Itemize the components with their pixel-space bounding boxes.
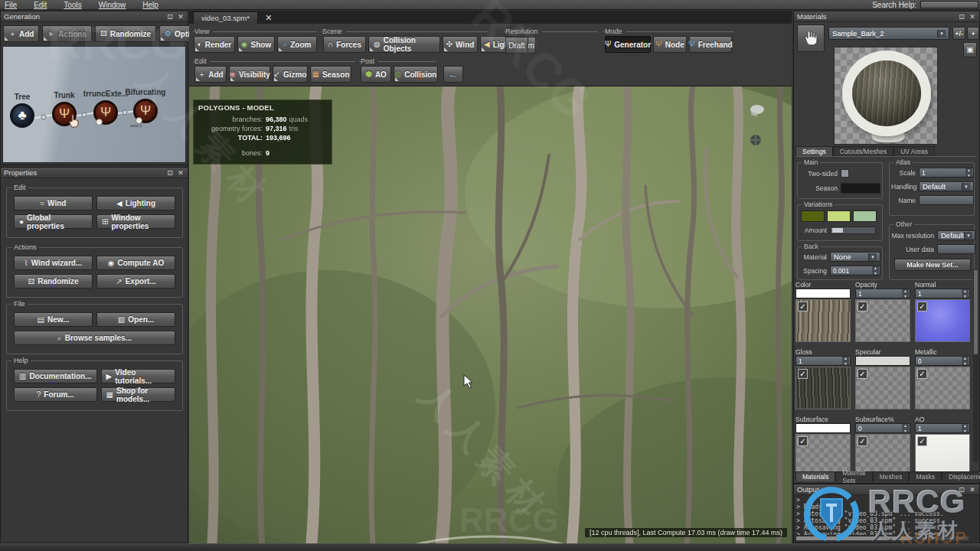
add-material-button[interactable]: + bbox=[967, 27, 979, 40]
season-button[interactable]: ▦Season bbox=[310, 66, 351, 83]
zoom-button[interactable]: ⌕Zoom bbox=[277, 36, 317, 53]
normal-texture-thumb[interactable]: ✓ bbox=[915, 299, 970, 342]
tab-settings[interactable]: Settings bbox=[795, 146, 833, 156]
randomize-action-button[interactable]: ⚄Randomize bbox=[14, 274, 93, 289]
float-panel-icon[interactable]: ⊡ bbox=[958, 486, 965, 494]
new-button[interactable]: ▤New... bbox=[14, 312, 93, 327]
collision-objects-button[interactable]: ◍Collision Objects bbox=[368, 36, 440, 53]
tab-uv-areas[interactable]: UV Areas bbox=[893, 146, 935, 156]
visibility-button[interactable]: ◉Visibility bbox=[229, 66, 270, 83]
max-resolution-dropdown[interactable]: Default▼ bbox=[937, 230, 975, 240]
export-button[interactable]: ↗Export... bbox=[96, 274, 175, 289]
viewport-3d[interactable]: POLYGONS - MODEL branches:96,380quads ge… bbox=[189, 86, 792, 543]
color-texture-thumb[interactable]: ✓ bbox=[795, 299, 851, 342]
gizmo-button[interactable]: ↙Gizmo bbox=[273, 66, 308, 83]
spacing-spinner[interactable]: 0.001 ▲▼ bbox=[830, 266, 880, 276]
compute-ao-button[interactable]: ◉Compute AO bbox=[96, 256, 175, 270]
tab-close-icon[interactable]: ✕ bbox=[263, 13, 275, 24]
lighting-button[interactable]: ◀Lighting bbox=[96, 196, 175, 210]
wind-wizard-button[interactable]: ⌇Wind wizard... bbox=[14, 256, 93, 270]
menu-help[interactable]: Help bbox=[142, 1, 158, 9]
scene-wind-button[interactable]: ✣Wind bbox=[443, 36, 478, 53]
browse-samples-button[interactable]: ⌕Browse samples... bbox=[14, 331, 175, 345]
force-gizmo-icon[interactable] bbox=[748, 132, 763, 148]
color-value-bar[interactable] bbox=[795, 289, 851, 298]
material-preview[interactable] bbox=[834, 47, 938, 145]
add-generator-button[interactable]: ＋ Add bbox=[3, 25, 39, 42]
tab-cutouts-meshes[interactable]: Cutouts/Meshes bbox=[833, 146, 893, 156]
materials-scrollbar[interactable] bbox=[973, 269, 978, 462]
node-trunc-extension[interactable]: trruncExte... Ψ bbox=[93, 100, 118, 125]
randomize-button[interactable]: ⚄ Randomize bbox=[95, 25, 156, 42]
pan-hand-button[interactable] bbox=[797, 24, 825, 52]
user-data-input[interactable] bbox=[937, 244, 975, 254]
close-panel-icon[interactable]: ✕ bbox=[969, 13, 976, 21]
menu-window[interactable]: Window bbox=[99, 1, 126, 9]
tab-meshes[interactable]: Meshes bbox=[873, 471, 910, 481]
node-graph-canvas[interactable]: Tree ♣ Trunk Ψ trruncExte... Ψ Bifurcati… bbox=[2, 46, 186, 163]
material-select-dropdown[interactable]: Sample_Bark_2 ▼ bbox=[828, 27, 949, 40]
close-panel-icon[interactable]: ✕ bbox=[177, 169, 185, 177]
opacity-spinner[interactable]: 1▲▼ bbox=[855, 289, 910, 298]
make-new-set-button[interactable]: Make New Set... bbox=[894, 259, 971, 271]
season-color-field[interactable] bbox=[841, 183, 880, 194]
edit-add-button[interactable]: ＋Add bbox=[194, 66, 227, 83]
forum-button[interactable]: ?Forum... bbox=[14, 387, 97, 402]
global-properties-button[interactable]: ●Global properties bbox=[14, 214, 93, 229]
show-button[interactable]: ◉Show bbox=[237, 36, 275, 53]
back-material-dropdown[interactable]: None▼ bbox=[830, 252, 880, 262]
ao-texture-thumb[interactable]: ✓ bbox=[915, 434, 970, 477]
variation-swatch-3[interactable] bbox=[853, 210, 877, 222]
variation-swatch-1[interactable] bbox=[801, 210, 825, 222]
atlas-scale-spinner[interactable]: 1 ▲▼ bbox=[919, 168, 974, 178]
gloss-spinner[interactable]: 1▲▼ bbox=[795, 356, 851, 366]
document-tab[interactable]: video_03.spm* bbox=[193, 11, 258, 24]
back-button[interactable]: ← bbox=[443, 66, 463, 83]
actions-button[interactable]: ► Actions bbox=[42, 25, 92, 42]
metallic-texture-thumb[interactable]: ✓ bbox=[915, 367, 970, 409]
specular-texture-thumb[interactable]: ✓ bbox=[855, 367, 910, 409]
subsurface-value-bar[interactable] bbox=[795, 423, 851, 433]
close-panel-icon[interactable]: ✕ bbox=[177, 13, 185, 21]
post-ao-button[interactable]: ⬢AO bbox=[361, 66, 391, 83]
mode-freehand-button[interactable]: ΨFreehand bbox=[689, 36, 732, 53]
ao-spinner[interactable]: 1▲▼ bbox=[915, 423, 970, 433]
menu-edit[interactable]: Edit bbox=[34, 1, 47, 9]
tab-material-sets[interactable]: Material Sets bbox=[835, 471, 872, 481]
color-enabled-checkbox[interactable]: ✓ bbox=[798, 302, 808, 311]
node-tree[interactable]: Tree ♣ bbox=[10, 103, 34, 128]
menu-tools[interactable]: Tools bbox=[64, 1, 81, 9]
shop-models-button[interactable]: ▦Shop for models... bbox=[101, 387, 175, 402]
normal-spinner[interactable]: 1▲▼ bbox=[915, 289, 970, 298]
node-bifurcating[interactable]: Bifurcating Ψ seed 2 bbox=[133, 99, 158, 123]
wind-button[interactable]: ≈Wind bbox=[14, 196, 93, 210]
atlas-name-input[interactable] bbox=[919, 195, 974, 205]
tab-masks[interactable]: Masks bbox=[909, 471, 942, 481]
video-tutorials-button[interactable]: ▶Video tutorials... bbox=[101, 369, 175, 383]
add-remove-material-button[interactable]: +/- bbox=[952, 27, 965, 40]
documentation-button[interactable]: ▥Documentation... bbox=[14, 369, 97, 383]
variation-swatch-2[interactable] bbox=[827, 210, 851, 222]
render-button[interactable]: ◐Render bbox=[194, 36, 235, 53]
tab-displacements[interactable]: Displacements bbox=[942, 471, 980, 481]
specular-value-bar[interactable] bbox=[855, 356, 910, 366]
forces-button[interactable]: ∩Forces bbox=[323, 36, 366, 53]
light-gizmo-icon[interactable] bbox=[746, 103, 766, 119]
paste-material-button[interactable]: ▣ bbox=[963, 42, 977, 57]
mode-node-button[interactable]: ΨNode bbox=[653, 36, 687, 53]
float-panel-icon[interactable]: ⊡ bbox=[166, 13, 174, 21]
gloss-texture-thumb[interactable]: ✓ bbox=[795, 367, 851, 409]
node-trunk[interactable]: Trunk Ψ bbox=[52, 102, 77, 126]
atlas-handling-dropdown[interactable]: Default▼ bbox=[919, 181, 974, 191]
two-sided-checkbox[interactable] bbox=[841, 169, 849, 178]
subsurface-pct-spinner[interactable]: 0▲▼ bbox=[855, 423, 910, 433]
tab-materials[interactable]: Materials bbox=[795, 471, 835, 481]
menu-file[interactable]: File bbox=[5, 1, 17, 9]
float-panel-icon[interactable]: ⊡ bbox=[166, 169, 174, 177]
metallic-spinner[interactable]: 0▲▼ bbox=[915, 356, 970, 366]
amount-slider[interactable] bbox=[830, 227, 876, 234]
close-panel-icon[interactable]: ✕ bbox=[969, 486, 976, 494]
search-help-input[interactable] bbox=[920, 1, 978, 8]
float-panel-icon[interactable]: ⊡ bbox=[958, 13, 965, 21]
open-button[interactable]: ▧Open... bbox=[96, 312, 175, 327]
